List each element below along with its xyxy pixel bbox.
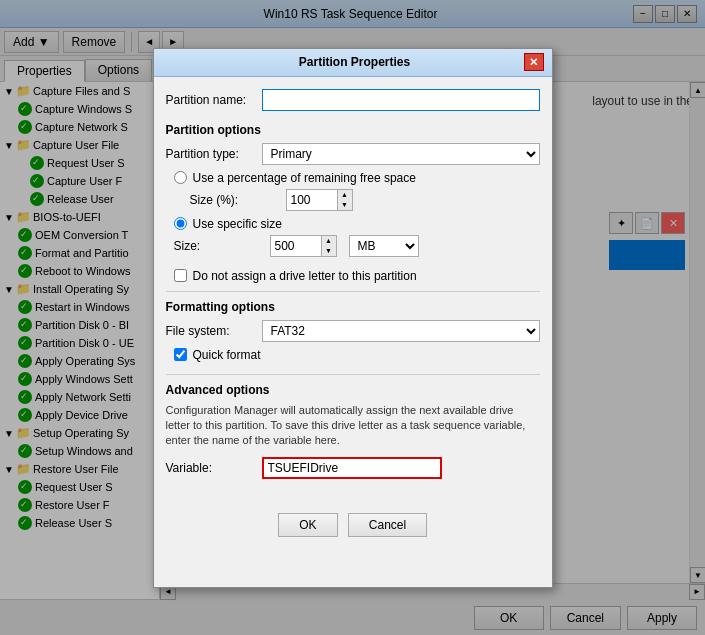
partition-name-section: Partition name:	[166, 89, 540, 111]
quick-format-checkbox[interactable]	[174, 348, 187, 361]
radio-specific-row: Use specific size	[166, 217, 540, 231]
size-percent-label: Size (%):	[190, 193, 280, 207]
formatting-header: Formatting options	[166, 300, 540, 314]
partition-name-row: Partition name:	[166, 89, 540, 111]
no-drive-letter-label: Do not assign a drive letter to this par…	[193, 269, 417, 283]
radio-specific[interactable]	[174, 217, 187, 230]
dialog-title-bar: Partition Properties ✕	[154, 49, 552, 77]
variable-label: Variable:	[166, 461, 256, 475]
no-drive-letter-row: Do not assign a drive letter to this par…	[166, 269, 540, 283]
size-specific-up[interactable]: ▲	[322, 236, 336, 246]
size-percent-input[interactable]	[287, 190, 337, 210]
partition-type-row: Partition type: Primary	[166, 143, 540, 165]
variable-input[interactable]	[262, 457, 442, 479]
radio-percentage[interactable]	[174, 171, 187, 184]
radio-percentage-label: Use a percentage of remaining free space	[193, 171, 416, 185]
dialog-ok-button[interactable]: OK	[278, 513, 338, 537]
size-percent-spinners: ▲ ▼	[337, 190, 352, 210]
radio-specific-label: Use specific size	[193, 217, 282, 231]
partition-properties-dialog: Partition Properties ✕ Partition name: P…	[153, 48, 553, 588]
size-specific-input-wrap: ▲ ▼	[270, 235, 337, 257]
partition-type-label: Partition type:	[166, 147, 256, 161]
advanced-section: Advanced options Configuration Manager w…	[166, 383, 540, 479]
quick-format-label: Quick format	[193, 348, 261, 362]
size-specific-spinners: ▲ ▼	[321, 236, 336, 256]
dialog-title: Partition Properties	[186, 55, 524, 69]
size-specific-input[interactable]	[271, 236, 321, 256]
partition-options-header: Partition options	[166, 123, 540, 137]
size-unit-select[interactable]: MB GB	[349, 235, 419, 257]
size-specific-label: Size:	[174, 239, 264, 253]
partition-type-select[interactable]: Primary	[262, 143, 540, 165]
advanced-header: Advanced options	[166, 383, 540, 397]
file-system-select[interactable]: FAT32 NTFS	[262, 320, 540, 342]
size-percent-row: Size (%): ▲ ▼	[166, 189, 540, 211]
divider2	[166, 374, 540, 375]
partition-name-input[interactable]	[262, 89, 540, 111]
divider1	[166, 291, 540, 292]
partition-options-section: Partition options Partition type: Primar…	[166, 123, 540, 257]
advanced-description: Configuration Manager will automatically…	[166, 403, 540, 449]
formatting-section: Formatting options File system: FAT32 NT…	[166, 300, 540, 362]
size-percent-down[interactable]: ▼	[338, 200, 352, 210]
dialog-overlay: Partition Properties ✕ Partition name: P…	[0, 0, 705, 635]
size-percent-up[interactable]: ▲	[338, 190, 352, 200]
dialog-cancel-button[interactable]: Cancel	[348, 513, 427, 537]
dialog-close-button[interactable]: ✕	[524, 53, 544, 71]
size-specific-down[interactable]: ▼	[322, 246, 336, 256]
radio-percentage-row: Use a percentage of remaining free space	[166, 171, 540, 185]
dialog-footer: OK Cancel	[154, 503, 552, 547]
file-system-label: File system:	[166, 324, 256, 338]
no-drive-letter-checkbox[interactable]	[174, 269, 187, 282]
size-specific-row: Size: ▲ ▼ MB GB	[166, 235, 540, 257]
quick-format-row: Quick format	[166, 348, 540, 362]
file-system-row: File system: FAT32 NTFS	[166, 320, 540, 342]
size-percent-input-wrap: ▲ ▼	[286, 189, 353, 211]
variable-row: Variable:	[166, 457, 540, 479]
partition-name-label: Partition name:	[166, 93, 256, 107]
dialog-body: Partition name: Partition options Partit…	[154, 77, 552, 503]
